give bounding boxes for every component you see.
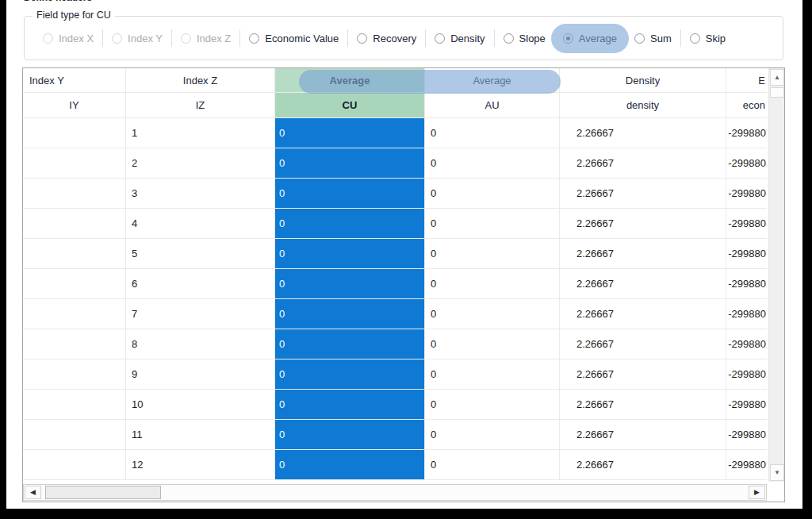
- radio-average[interactable]: Average: [554, 33, 626, 44]
- table-cell[interactable]: 0: [275, 420, 425, 449]
- table-cell[interactable]: 0: [275, 299, 425, 329]
- table-cell[interactable]: 2.26667: [560, 209, 726, 238]
- radio-index-z[interactable]: Index Z: [172, 33, 239, 44]
- table-cell[interactable]: [23, 299, 126, 329]
- table-cell[interactable]: -299880: [726, 359, 767, 389]
- horizontal-scrollbar[interactable]: ◀ ▶: [23, 484, 767, 501]
- table-cell[interactable]: 0: [425, 420, 560, 449]
- table-cell[interactable]: 0: [425, 299, 560, 329]
- table-cell[interactable]: 0: [275, 179, 425, 208]
- table-cell[interactable]: -299880: [726, 390, 767, 419]
- table-cell[interactable]: 5: [126, 239, 275, 268]
- table-cell[interactable]: 2.26667: [560, 420, 726, 449]
- table-cell[interactable]: 0: [425, 359, 560, 389]
- table-cell[interactable]: 0: [275, 359, 425, 389]
- table-cell[interactable]: 2.26667: [560, 329, 726, 359]
- table-cell[interactable]: 0: [275, 209, 425, 238]
- table-cell[interactable]: 7: [126, 299, 275, 329]
- table-cell[interactable]: 8: [126, 329, 275, 359]
- table-cell[interactable]: -299880: [726, 118, 767, 148]
- table-cell[interactable]: 3: [126, 179, 275, 208]
- radio-slope[interactable]: Slope: [495, 33, 554, 44]
- table-cell[interactable]: 4: [126, 209, 275, 238]
- table-cell[interactable]: 0: [425, 450, 560, 479]
- table-cell[interactable]: 0: [425, 239, 560, 268]
- scroll-left-button[interactable]: ◀: [25, 486, 41, 499]
- table-cell[interactable]: 2.26667: [560, 269, 726, 298]
- table-cell[interactable]: 0: [425, 209, 560, 238]
- table-cell[interactable]: -299880: [726, 299, 767, 329]
- table-cell[interactable]: [23, 329, 126, 359]
- table-cell[interactable]: [23, 420, 126, 449]
- table-cell[interactable]: 2.26667: [560, 148, 726, 178]
- table-cell[interactable]: -299880: [726, 239, 767, 268]
- table-cell[interactable]: 10: [126, 390, 275, 419]
- column-subheader-density[interactable]: density: [560, 93, 726, 117]
- table-cell[interactable]: -299880: [726, 148, 767, 178]
- table-cell[interactable]: [23, 209, 126, 238]
- table-cell[interactable]: 0: [275, 390, 425, 419]
- table-cell[interactable]: 2.26667: [560, 390, 726, 419]
- table-cell[interactable]: 0: [275, 329, 425, 359]
- table-cell[interactable]: [23, 179, 126, 208]
- column-header-density[interactable]: Density: [560, 68, 726, 92]
- table-cell[interactable]: -299880: [726, 450, 767, 479]
- table-cell[interactable]: -299880: [726, 329, 767, 359]
- table-cell[interactable]: 0: [425, 118, 560, 148]
- table-cell[interactable]: -299880: [726, 209, 767, 238]
- table-cell[interactable]: 2.26667: [560, 450, 726, 479]
- table-cell[interactable]: 11: [126, 420, 275, 449]
- table-cell[interactable]: 2.26667: [560, 239, 726, 268]
- table-cell[interactable]: 1: [126, 118, 275, 148]
- table-cell[interactable]: [23, 359, 126, 389]
- column-header-e[interactable]: E: [726, 68, 767, 92]
- table-cell[interactable]: 0: [425, 179, 560, 208]
- table-cell[interactable]: 9: [126, 359, 275, 389]
- table-cell[interactable]: 0: [275, 118, 425, 148]
- table-cell[interactable]: 12: [126, 450, 275, 479]
- radio-sum[interactable]: Sum: [626, 33, 680, 44]
- table-cell[interactable]: 0: [275, 148, 425, 178]
- column-header-index-y[interactable]: Index Y: [23, 68, 126, 92]
- table-cell[interactable]: [23, 390, 126, 419]
- column-subheader-iz[interactable]: IZ: [126, 93, 275, 117]
- table-cell[interactable]: [23, 118, 126, 148]
- column-subheader-iy[interactable]: IY: [23, 93, 126, 117]
- vertical-scrollbar[interactable]: ▲ ▼: [768, 68, 784, 482]
- table-cell[interactable]: 2: [126, 148, 275, 178]
- table-cell[interactable]: [23, 239, 126, 268]
- table-cell[interactable]: 2.26667: [560, 299, 726, 329]
- radio-density[interactable]: Density: [426, 33, 493, 44]
- table-cell[interactable]: 0: [275, 450, 425, 479]
- scroll-down-button[interactable]: ▼: [770, 464, 784, 481]
- table-cell[interactable]: -299880: [726, 269, 767, 298]
- table-cell[interactable]: -299880: [726, 179, 767, 208]
- radio-economic-value[interactable]: Economic Value: [240, 33, 347, 44]
- column-header-index-z[interactable]: Index Z: [126, 68, 275, 92]
- radio-skip[interactable]: Skip: [681, 33, 734, 44]
- table-cell[interactable]: 2.26667: [560, 179, 726, 208]
- table-cell[interactable]: 0: [275, 239, 425, 268]
- column-subheader-cu[interactable]: CU: [275, 93, 425, 117]
- radio-index-x[interactable]: Index X: [34, 33, 102, 44]
- radio-index-y[interactable]: Index Y: [103, 33, 171, 44]
- column-subheader-au[interactable]: AU: [425, 93, 560, 117]
- table-cell[interactable]: [23, 269, 126, 298]
- table-cell[interactable]: 0: [425, 390, 560, 419]
- table-cell[interactable]: 0: [425, 148, 560, 178]
- scroll-right-button[interactable]: ▶: [749, 486, 765, 499]
- horizontal-scrollbar-thumb[interactable]: [45, 486, 161, 499]
- table-cell[interactable]: [23, 450, 126, 479]
- table-cell[interactable]: 2.26667: [560, 359, 726, 389]
- table-cell[interactable]: -299880: [726, 420, 767, 449]
- column-subheader-econ[interactable]: econ: [726, 93, 767, 117]
- vertical-scrollbar-thumb[interactable]: [770, 87, 784, 98]
- table-cell[interactable]: [23, 148, 126, 178]
- table-cell[interactable]: 6: [126, 269, 275, 298]
- scroll-up-button[interactable]: ▲: [770, 69, 784, 86]
- table-cell[interactable]: 0: [275, 269, 425, 298]
- table-cell[interactable]: 2.26667: [560, 118, 726, 148]
- table-cell[interactable]: 0: [425, 269, 560, 298]
- radio-recovery[interactable]: Recovery: [348, 33, 425, 44]
- table-cell[interactable]: 0: [425, 329, 560, 359]
